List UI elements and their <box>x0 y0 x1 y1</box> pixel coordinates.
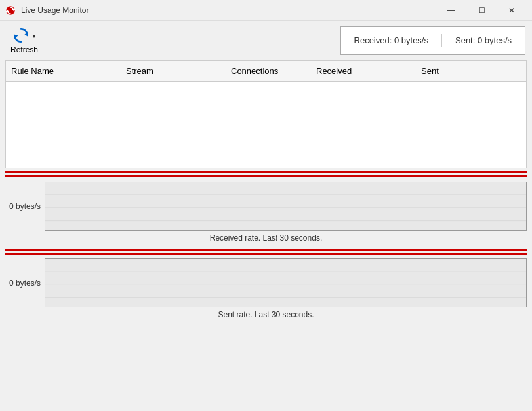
sent-chart-gridlines <box>45 259 526 311</box>
received-chart-ylabel: 0 bytes/s <box>5 182 45 231</box>
sent-chart-container: 0 bytes/s <box>5 258 527 307</box>
titlebar-controls: — ☐ ✕ <box>436 0 527 21</box>
dropdown-arrow-icon: ▼ <box>31 33 37 39</box>
window-title: Live Usage Monitor <box>21 6 89 15</box>
refresh-icon <box>12 26 30 45</box>
stats-display: Received: 0 bytes/s Sent: 0 bytes/s <box>340 26 525 55</box>
main-content: Rule Name Stream Connections Received Se… <box>0 60 532 324</box>
received-chart-box <box>45 182 527 231</box>
received-value: 0 bytes/s <box>394 35 428 45</box>
col-header-connections: Connections <box>226 64 311 79</box>
sent-chart-box <box>45 258 527 307</box>
toolbar-left: ▼ Refresh <box>7 25 42 56</box>
refresh-icon-wrap: ▼ <box>12 26 37 45</box>
svg-marker-1 <box>24 32 27 35</box>
minimize-button[interactable]: — <box>436 0 466 21</box>
close-button[interactable]: ✕ <box>497 0 527 21</box>
sent-chart-ylabel: 0 bytes/s <box>5 258 45 307</box>
maximize-button[interactable]: ☐ <box>466 0 497 21</box>
titlebar: Live Usage Monitor — ☐ ✕ <box>0 0 532 21</box>
toolbar: ▼ Refresh Received: 0 bytes/s Sent: 0 by… <box>0 21 532 60</box>
received-stat: Received: 0 bytes/s <box>354 35 428 45</box>
received-label: Received: <box>354 35 392 45</box>
sent-label: Sent: <box>455 35 475 45</box>
col-header-received: Received <box>311 64 416 79</box>
refresh-label: Refresh <box>10 45 38 54</box>
received-chart-section: 0 bytes/s Received rate. Last 30 seconds… <box>0 179 532 248</box>
titlebar-left: Live Usage Monitor <box>5 5 89 16</box>
received-chart-container: 0 bytes/s <box>5 182 527 231</box>
stat-separator <box>441 34 442 47</box>
received-chart-gridlines <box>45 182 526 234</box>
table-header: Rule Name Stream Connections Received Se… <box>6 61 526 82</box>
refresh-button[interactable]: ▼ Refresh <box>7 25 42 56</box>
sent-stat: Sent: 0 bytes/s <box>455 35 512 45</box>
app-icon <box>5 5 16 16</box>
data-table: Rule Name Stream Connections Received Se… <box>5 60 527 168</box>
sent-value: 0 bytes/s <box>478 35 512 45</box>
sent-chart-section: 0 bytes/s Sent rate. Last 30 seconds. <box>0 256 532 324</box>
red-divider-1 <box>5 171 527 176</box>
col-header-rule-name: Rule Name <box>6 64 121 79</box>
col-header-sent: Sent <box>416 64 495 79</box>
red-divider-2 <box>5 249 527 254</box>
col-header-stream: Stream <box>121 64 226 79</box>
